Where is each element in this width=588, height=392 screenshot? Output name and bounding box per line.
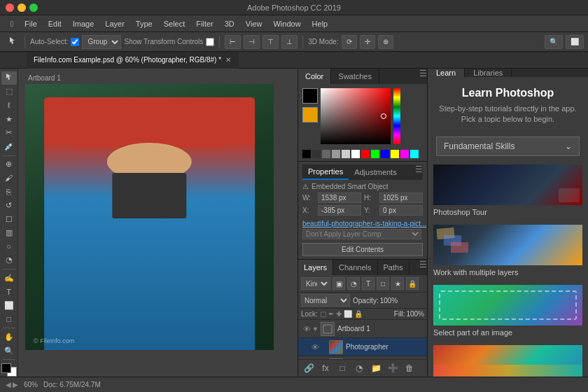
swatch-5[interactable]	[351, 150, 360, 158]
filter-pixel-btn[interactable]: ▣	[332, 277, 345, 290]
swatch-2[interactable]	[322, 150, 330, 158]
filter-type-btn[interactable]: T	[362, 277, 374, 290]
lasso-tool[interactable]: ℓ	[1, 99, 17, 112]
zoom-tool[interactable]: 🔍	[1, 344, 17, 358]
lock-image-icon[interactable]: ✒	[328, 310, 334, 318]
add-adjustment-btn[interactable]: ◔	[353, 362, 365, 374]
shape-tool[interactable]: □	[1, 313, 17, 326]
history-brush-tool[interactable]: ↺	[1, 199, 17, 212]
layers-gear[interactable]: ☰	[419, 260, 427, 275]
foreground-color-swatch[interactable]	[1, 363, 11, 373]
filter-lock-btn[interactable]: 🔒	[406, 277, 419, 290]
gradient-picker[interactable]	[321, 88, 391, 144]
swatch-4[interactable]	[342, 150, 350, 158]
menu-window[interactable]: Window	[268, 18, 305, 29]
paths-tab[interactable]: Paths	[378, 260, 410, 275]
dodge-tool[interactable]: ◔	[1, 254, 17, 267]
clone-tool[interactable]: ⎘	[1, 186, 17, 199]
eraser-tool[interactable]: ☐	[1, 213, 17, 226]
blur-tool[interactable]: ○	[1, 240, 17, 253]
color-panel-gear[interactable]: ☰	[419, 69, 427, 84]
swatch-7[interactable]	[371, 150, 379, 158]
filter-smart-btn[interactable]: ★	[391, 277, 404, 290]
swatch-0[interactable]	[302, 150, 311, 158]
add-group-btn[interactable]: 📁	[370, 362, 382, 374]
menu-select[interactable]: Select	[159, 18, 190, 29]
x-input[interactable]	[318, 205, 361, 216]
color-spectrum[interactable]	[393, 88, 400, 144]
file-link[interactable]: beautiful-photographer-is-taking-a-pict.…	[302, 220, 426, 227]
layer-comp-select[interactable]: Don't Apply Layer Comp	[302, 229, 421, 239]
delete-layer-btn[interactable]: 🗑	[403, 362, 416, 374]
move-tool-btn[interactable]	[4, 34, 20, 50]
add-style-btn[interactable]: fx	[319, 362, 332, 374]
canvas-area[interactable]: Artboard 1 © FileInfo.com	[18, 69, 298, 377]
add-layer-btn[interactable]: ➕	[386, 362, 399, 374]
marquee-tool[interactable]: ⬚	[1, 85, 17, 99]
learn-card-select[interactable]: Select part of an image	[433, 285, 582, 340]
align-center-btn[interactable]: ⊣	[244, 35, 260, 49]
status-next-btn[interactable]: ▶	[13, 381, 18, 388]
lock-all-icon[interactable]: 🔒	[354, 310, 363, 318]
color-swatches[interactable]	[1, 363, 17, 377]
learn-card-mask[interactable]: Use a layer mask to add an object to an …	[433, 345, 582, 377]
menu-view[interactable]: View	[241, 18, 267, 29]
background-color-picker[interactable]	[302, 107, 318, 122]
learn-card-layers[interactable]: Work with multiple layers	[433, 225, 582, 279]
libraries-tab[interactable]: Libraries	[465, 69, 512, 77]
swatch-1[interactable]	[312, 150, 321, 158]
lock-artboard-icon[interactable]: ⬜	[344, 310, 352, 318]
brush-tool[interactable]: 🖌	[1, 172, 17, 185]
align-left-btn[interactable]: ⊢	[225, 35, 241, 49]
swatch-6[interactable]	[361, 150, 370, 158]
menu-layer[interactable]: Layer	[100, 18, 130, 29]
channels-tab[interactable]: Channels	[333, 260, 377, 275]
menu-edit[interactable]: Edit	[43, 18, 66, 29]
screen-mode-btn[interactable]: ⬜	[566, 35, 584, 49]
blend-mode-select[interactable]: Normal	[301, 294, 350, 307]
eyedropper-tool[interactable]: 💉	[1, 140, 17, 153]
learn-card-tour[interactable]: Photoshop Tour	[433, 164, 582, 219]
add-mask-btn[interactable]: □	[336, 362, 349, 374]
lock-position-icon[interactable]: ✚	[336, 310, 342, 318]
width-input[interactable]	[318, 192, 361, 203]
color-tab[interactable]: Color	[298, 69, 331, 84]
3d-pan-btn[interactable]: ✛	[360, 35, 375, 49]
adjustments-tab[interactable]: Adjustments	[349, 164, 402, 180]
align-bottom-btn[interactable]: ⊥	[281, 35, 298, 49]
hand-tool[interactable]: ✋	[1, 330, 17, 344]
edit-contents-btn[interactable]: Edit Contents	[302, 243, 423, 256]
minimize-button[interactable]	[18, 4, 26, 12]
swatches-tab[interactable]: Swatches	[331, 69, 379, 84]
color-gradient-box[interactable]	[321, 88, 391, 144]
layer-expand-artboard1[interactable]: ▼	[312, 326, 321, 332]
menu-help[interactable]: Help	[307, 18, 333, 29]
swatch-11[interactable]	[410, 150, 419, 158]
layers-tab[interactable]: Layers	[298, 260, 333, 275]
lock-transparent-icon[interactable]: ▢	[320, 310, 326, 318]
menu-image[interactable]: Image	[68, 18, 99, 29]
crop-tool[interactable]: ✂	[1, 126, 17, 139]
gradient-tool[interactable]: ▥	[1, 226, 17, 239]
align-top-btn[interactable]: ⊤	[262, 35, 279, 49]
pen-tool[interactable]: ✍	[1, 272, 17, 285]
swatch-10[interactable]	[400, 150, 409, 158]
tab-close-btn[interactable]: ✕	[225, 56, 231, 64]
status-prev-btn[interactable]: ◀	[6, 381, 11, 388]
swatch-3[interactable]	[332, 150, 340, 158]
y-input[interactable]	[379, 205, 423, 216]
filter-kind-select[interactable]: Kind	[301, 277, 330, 290]
menu-file[interactable]: File	[20, 18, 42, 29]
3d-orbit-btn[interactable]: ⟳	[342, 35, 357, 49]
layer-vis-artboard1[interactable]: 👁	[301, 325, 312, 333]
search-btn[interactable]: 🔍	[545, 35, 563, 49]
layer-vis-photographer[interactable]: 👁	[309, 343, 321, 351]
menu-ps[interactable]: 	[6, 18, 18, 29]
quick-select-tool[interactable]: ★	[1, 113, 17, 126]
type-tool[interactable]: T	[1, 286, 17, 299]
add-link-btn[interactable]: 🔗	[302, 362, 315, 374]
maximize-button[interactable]	[29, 4, 38, 12]
swatch-8[interactable]	[381, 150, 389, 158]
document-tab[interactable]: FileInfo.com Example.psd @ 60% (Photogra…	[27, 52, 239, 69]
path-select-tool[interactable]: ⬜	[1, 299, 17, 312]
